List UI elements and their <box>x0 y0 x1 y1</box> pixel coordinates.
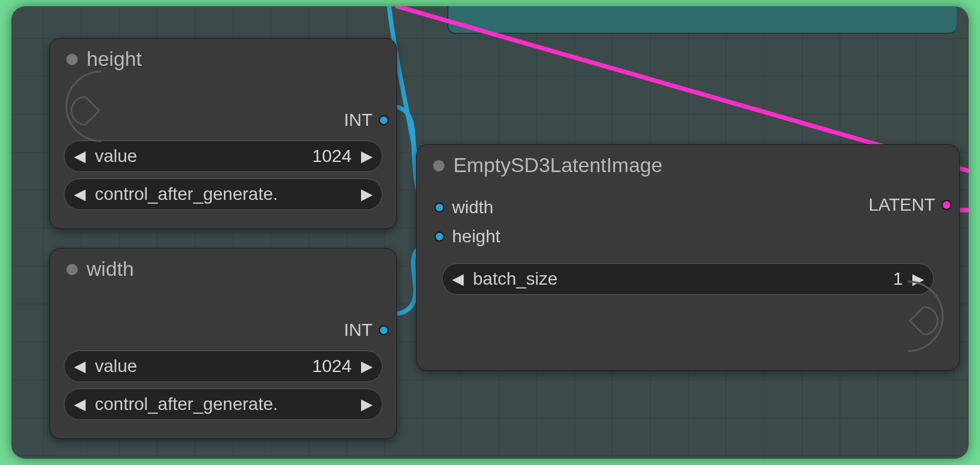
node-title-text: width <box>87 257 134 281</box>
node-graph-canvas[interactable]: height INT ◀ value 1024 ▶ ◀ control_afte… <box>11 6 969 459</box>
chevron-left-icon[interactable]: ◀ <box>68 147 91 165</box>
node-title-text: EmptySD3LatentImage <box>453 154 663 177</box>
output-type-label: INT <box>344 320 372 340</box>
chevron-left-icon[interactable]: ◀ <box>68 185 91 203</box>
chevron-right-icon[interactable]: ▶ <box>355 357 378 375</box>
input-label: width <box>452 197 493 218</box>
chevron-left-icon[interactable]: ◀ <box>68 357 91 375</box>
node-decoration-icon <box>892 275 962 357</box>
chevron-right-icon[interactable]: ▶ <box>355 185 378 203</box>
node-status-dot <box>66 54 78 65</box>
selector-label: control_after_generate. <box>91 184 278 204</box>
input-label: height <box>452 226 500 247</box>
output-port-latent[interactable] <box>941 200 952 210</box>
node-height[interactable]: height INT ◀ value 1024 ▶ ◀ control_afte… <box>49 38 397 229</box>
stepper-value: 1024 <box>312 356 355 376</box>
stepper-label: batch_size <box>469 269 558 289</box>
stepper-label: value <box>91 146 137 166</box>
node-status-dot <box>66 264 78 275</box>
chevron-right-icon[interactable]: ▶ <box>355 395 378 413</box>
control-after-generate-selector[interactable]: ◀ control_after_generate. ▶ <box>64 178 383 210</box>
selector-label: control_after_generate. <box>91 394 278 414</box>
stepper-label: value <box>91 356 137 376</box>
partial-node-top-right <box>448 6 957 34</box>
chevron-left-icon[interactable]: ◀ <box>68 395 91 413</box>
value-stepper[interactable]: ◀ value 1024 ▶ <box>64 350 383 382</box>
output-port-int[interactable] <box>379 325 389 335</box>
node-empty-sd3-latent-image[interactable]: EmptySD3LatentImage width height LATENT … <box>416 144 960 371</box>
input-port-height[interactable] <box>434 232 444 242</box>
node-status-dot <box>433 160 444 171</box>
output-type-label: INT <box>344 110 372 130</box>
node-width[interactable]: width INT ◀ value 1024 ▶ ◀ control_after… <box>49 248 397 439</box>
chevron-left-icon[interactable]: ◀ <box>446 270 469 288</box>
output-type-label: LATENT <box>869 195 935 215</box>
control-after-generate-selector[interactable]: ◀ control_after_generate. ▶ <box>64 388 383 420</box>
node-decoration-icon <box>47 65 117 147</box>
stepper-value: 1024 <box>312 146 355 166</box>
input-port-width[interactable] <box>434 202 444 213</box>
output-port-int[interactable] <box>379 115 389 125</box>
batch-size-stepper[interactable]: ◀ batch_size 1 ▶ <box>442 263 934 295</box>
chevron-right-icon[interactable]: ▶ <box>355 147 378 165</box>
